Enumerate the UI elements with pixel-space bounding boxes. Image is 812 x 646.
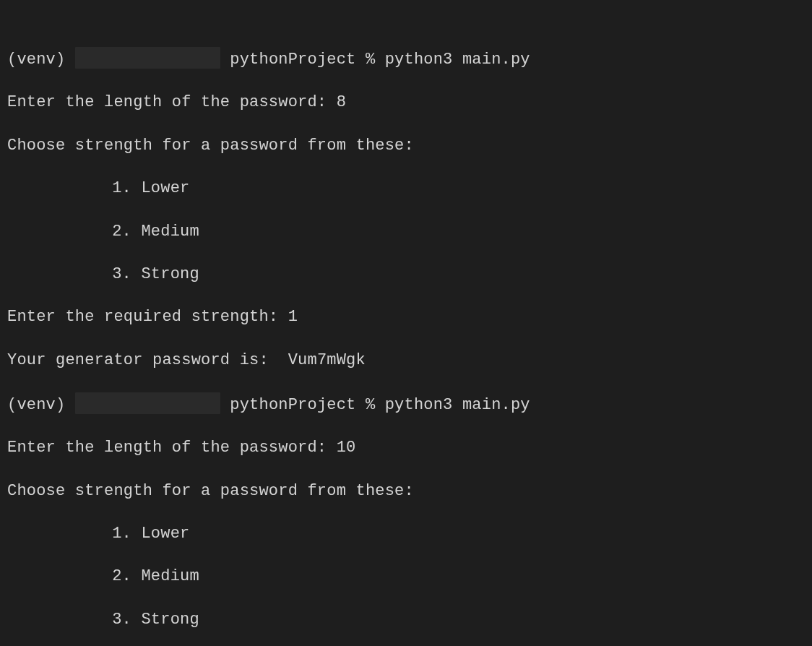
length-value: 8 [337, 93, 346, 111]
option-line: 3. Strong [7, 609, 805, 631]
prompt-tail: pythonProject % python3 main.py [220, 51, 530, 69]
redacted-user [75, 392, 220, 414]
option-line: 1. Lower [7, 178, 805, 199]
output-line: Enter the length of the password: 10 [7, 437, 805, 459]
strength-value: 1 [288, 308, 298, 326]
terminal-output[interactable]: (venv) pythonProject % python3 main.py E… [7, 4, 805, 646]
option-line: 2. Medium [7, 221, 805, 243]
output-line: Enter the required strength: 1 [7, 306, 805, 328]
prompt-line: (venv) pythonProject % python3 main.py [7, 47, 805, 70]
output-line: Choose strength for a password from thes… [7, 135, 805, 157]
length-prompt: Enter the length of the password: [7, 439, 337, 457]
output-line: Enter the length of the password: 8 [7, 92, 805, 113]
venv-label: (venv) [7, 396, 75, 414]
prompt-tail: pythonProject % python3 main.py [220, 396, 530, 414]
option-1: 1. Lower [112, 179, 189, 197]
length-value: 10 [337, 439, 356, 457]
option-2: 2. Medium [112, 223, 199, 241]
option-1: 1. Lower [112, 525, 189, 543]
redacted-user [75, 47, 220, 69]
password-value: Vum7mWgk [288, 351, 366, 369]
option-3: 3. Strong [112, 265, 199, 283]
result-label: Your generator password is: [7, 351, 288, 369]
output-line: Your generator password is: Vum7mWgk [7, 350, 805, 371]
option-3: 3. Strong [112, 611, 199, 629]
option-line: 1. Lower [7, 523, 805, 545]
option-2: 2. Medium [112, 567, 199, 585]
length-prompt: Enter the length of the password: [7, 93, 337, 111]
choose-label: Choose strength for a password from thes… [7, 482, 414, 500]
choose-label: Choose strength for a password from thes… [7, 137, 414, 155]
option-line: 2. Medium [7, 566, 805, 587]
venv-label: (venv) [7, 51, 75, 69]
option-line: 3. Strong [7, 264, 805, 285]
strength-prompt: Enter the required strength: [7, 308, 288, 326]
prompt-line: (venv) pythonProject % python3 main.py [7, 392, 805, 415]
output-line: Choose strength for a password from thes… [7, 481, 805, 502]
